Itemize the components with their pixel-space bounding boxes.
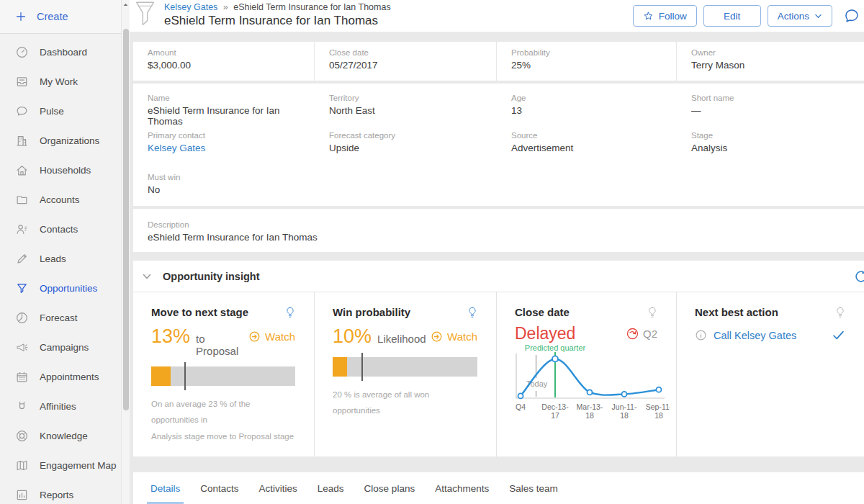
sidebar-item-campaigns[interactable]: Campaigns	[0, 333, 121, 362]
insight-card-move-to-next-stage: Move to next stage 13% to Proposal Watch	[133, 292, 315, 456]
sidebar-nav: Dashboard My Work Pulse Organizations Ho…	[0, 34, 121, 504]
tab-activities[interactable]: Activities	[259, 472, 297, 504]
pencil-icon	[15, 252, 29, 266]
header-actions: Follow Edit Actions	[633, 5, 864, 27]
sidebar-item-contacts[interactable]: Contacts	[0, 215, 121, 244]
scrollbar-thumb[interactable]	[123, 29, 129, 410]
tab-sales-team[interactable]: Sales team	[509, 472, 558, 504]
sidebar-item-label: Reports	[40, 490, 73, 500]
create-label: Create	[37, 11, 68, 22]
tab-close-plans[interactable]: Close plans	[364, 472, 415, 504]
sidebar-item-knowledge[interactable]: Knowledge	[0, 421, 121, 451]
sidebar-item-households[interactable]: Households	[0, 156, 121, 185]
tab-contacts[interactable]: Contacts	[200, 472, 238, 504]
sidebar-item-dashboard[interactable]: Dashboard	[0, 37, 121, 67]
lightbulb-icon	[467, 306, 477, 319]
sidebar-item-leads[interactable]: Leads	[0, 244, 121, 274]
sidebar-item-organizations[interactable]: Organizations	[0, 126, 121, 156]
metric-row: 13% to Proposal Watch	[151, 325, 295, 357]
sidebar-item-accounts[interactable]: Accounts	[0, 185, 121, 215]
sidebar-item-label: Appointments	[40, 372, 99, 382]
breadcrumb-link[interactable]: Kelsey Gates	[164, 2, 217, 12]
sidebar-item-label: Opportunities	[40, 283, 97, 294]
breadcrumb-separator: »	[223, 2, 228, 12]
edit-button[interactable]: Edit	[703, 5, 761, 27]
sidebar-item-label: Accounts	[40, 194, 80, 205]
quarter-badge: Q2	[626, 327, 657, 341]
sidebar-item-affinities[interactable]: Affinities	[0, 392, 121, 421]
triangle-up-icon[interactable]	[122, 1, 129, 8]
tab-label: Leads	[318, 483, 344, 494]
field-primary-contact: Primary contact Kelsey Gates	[133, 127, 315, 164]
field-label: Stage	[691, 131, 864, 140]
detail-row: Must win No	[133, 168, 864, 206]
barchart-icon	[15, 488, 29, 502]
sidebar-item-label: Affinities	[40, 401, 76, 412]
sidebar-item-appointments[interactable]: Appointments	[0, 362, 121, 392]
tab-attachments[interactable]: Attachments	[435, 472, 489, 504]
svg-text:Jun-11-: Jun-11-	[612, 402, 637, 411]
field-age: Age 13	[497, 89, 677, 127]
chat-round-icon	[15, 104, 29, 118]
sidebar-item-reports[interactable]: Reports	[0, 480, 121, 504]
chat-bubble-icon[interactable]	[843, 7, 860, 24]
person-icon	[15, 222, 29, 236]
sidebar: Create Dashboard My Work Pulse Organizat…	[0, 0, 121, 504]
insight-cards: Move to next stage 13% to Proposal Watch	[133, 292, 864, 456]
sidebar-item-opportunities[interactable]: Opportunities	[0, 274, 121, 303]
building-icon	[15, 134, 29, 148]
likelihood-progress-bar	[333, 357, 477, 377]
average-marker	[361, 353, 363, 381]
sidebar-item-engagement-map[interactable]: Engagement Map	[0, 451, 121, 480]
tab-details[interactable]: Details	[150, 472, 180, 504]
header-text: Kelsey Gates » eShield Term Insurance fo…	[164, 2, 391, 28]
magnet-icon	[15, 400, 29, 413]
next-best-action-row: Call Kelsey Gates	[695, 328, 845, 342]
svg-text:18: 18	[585, 411, 594, 420]
create-button[interactable]: Create	[0, 0, 121, 34]
map-icon	[15, 459, 29, 472]
svg-text:18: 18	[654, 411, 663, 420]
stage-progress-bar	[151, 366, 295, 386]
field-must-win: Must win No	[133, 168, 315, 206]
actions-button[interactable]: Actions	[768, 5, 832, 27]
sidebar-item-pulse[interactable]: Pulse	[0, 96, 121, 126]
actions-label: Actions	[778, 11, 809, 22]
chevron-down-icon[interactable]	[142, 271, 152, 282]
calendar-icon	[15, 370, 29, 384]
primary-contact-link[interactable]: Kelsey Gates	[148, 143, 315, 153]
field-name: Name eShield Term Insurance for Ian Thom…	[133, 89, 315, 127]
watch-button[interactable]: Watch	[431, 330, 477, 343]
insight-header: Opportunity insight	[133, 261, 864, 292]
star-icon	[643, 11, 654, 22]
insight-card-next-best-action: Next best action Call Kelsey Gates	[677, 292, 864, 456]
insight-card-title: Next best action	[695, 306, 778, 318]
field-close-date: Close date 05/27/2017	[315, 42, 497, 81]
insight-card-title: Win probability	[333, 306, 410, 318]
tab-leads[interactable]: Leads	[318, 472, 344, 504]
watch-button[interactable]: Watch	[248, 330, 295, 343]
follow-button[interactable]: Follow	[633, 5, 697, 27]
sidebar-item-my-work[interactable]: My Work	[0, 67, 121, 96]
info-circle-icon[interactable]	[695, 329, 707, 341]
field-stage: Stage Analysis	[677, 127, 864, 164]
svg-text:Mar-13-: Mar-13-	[577, 402, 603, 411]
description-card: Description eShield Term Insurance for I…	[133, 209, 864, 252]
call-contact-link[interactable]: Call Kelsey Gates	[714, 330, 796, 341]
main-panel: Kelsey Gates » eShield Term Insurance fo…	[130, 0, 864, 504]
svg-text:18: 18	[620, 411, 629, 420]
folder-icon	[15, 193, 29, 207]
sidebar-item-label: Forecast	[40, 312, 78, 323]
sidebar-item-label: My Work	[40, 76, 78, 87]
field-short-name: Short name —	[677, 89, 864, 127]
win-probability-percent: 10%	[333, 325, 372, 348]
tab-label: Sales team	[509, 483, 558, 494]
checkmark-icon[interactable]	[832, 328, 845, 342]
sidebar-item-forecast[interactable]: Forecast	[0, 303, 121, 333]
sidebar-scrollbar[interactable]	[121, 0, 130, 504]
sidebar-item-label: Dashboard	[40, 47, 87, 58]
refresh-icon[interactable]	[853, 269, 864, 284]
insight-card-title: Close date	[515, 306, 570, 318]
record-header: Kelsey Gates » eShield Term Insurance fo…	[130, 0, 864, 32]
field-value: No	[148, 184, 315, 195]
